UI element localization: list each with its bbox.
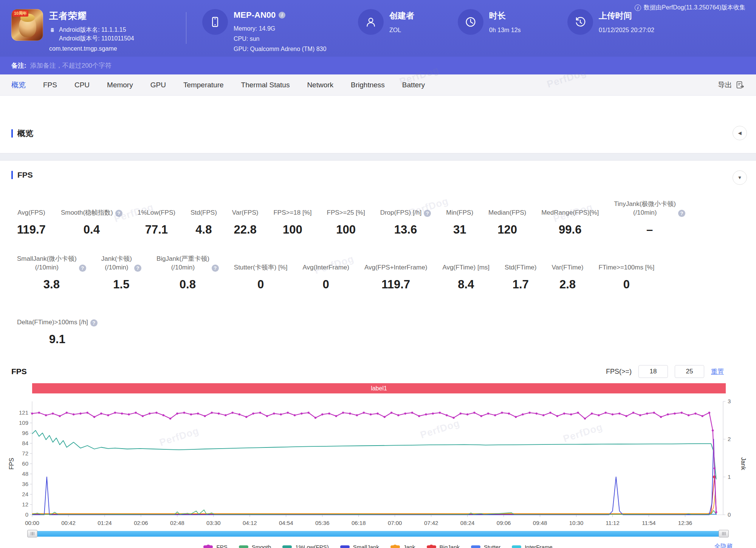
help-icon[interactable]: ? — [134, 265, 141, 272]
tab-battery[interactable]: Battery — [402, 81, 425, 89]
export-label: 导出 — [718, 80, 732, 90]
reset-link[interactable]: 重置 — [711, 367, 724, 376]
metric-label: Var(FTime) — [552, 253, 583, 272]
fps-threshold-input-2[interactable] — [675, 365, 704, 378]
fps-chart-svg[interactable]: 01224364860728496109121012300:0000:4201:… — [8, 396, 748, 529]
legend-item-smalljank[interactable]: SmallJank — [340, 544, 379, 548]
fps-collapse-button[interactable]: ▼ — [733, 170, 747, 185]
svg-text:2: 2 — [728, 436, 731, 442]
tab-thermal-status[interactable]: Thermal Status — [241, 81, 290, 89]
metric-value: 0.4 — [61, 223, 122, 237]
upload-label: 上传时间 — [599, 10, 632, 22]
chart-region-label[interactable]: label1 — [32, 383, 726, 393]
metric-value: 31 — [446, 223, 473, 237]
metric-value: 13.6 — [380, 223, 431, 237]
tab-memory[interactable]: Memory — [107, 81, 133, 89]
metric-label: Avg(InterFrame) — [302, 253, 349, 272]
metric-value: 1.7 — [505, 278, 536, 291]
help-icon[interactable]: ? — [678, 210, 685, 217]
tab-bar: 概览FPSCPUMemoryGPUTemperatureThermal Stat… — [0, 74, 756, 96]
export-button[interactable]: 导出 — [718, 80, 745, 90]
svg-text:00:00: 00:00 — [25, 520, 39, 526]
metric-label: MedRange(FPS)[%] — [541, 198, 599, 217]
metric-label: Delta(FTime)>100ms [/h]? — [17, 308, 98, 327]
device-block: MEP-AN00 i Memory: 14.9G CPU: sun GPU: Q… — [202, 9, 335, 54]
fps-threshold-input-1[interactable] — [638, 365, 668, 378]
scrollbar-left-handle[interactable] — [27, 530, 37, 537]
device-info-icon[interactable]: i — [279, 12, 285, 19]
legend-item-stutter[interactable]: Stutter — [471, 544, 500, 548]
legend-label: FPS — [216, 544, 227, 548]
overview-collapse-button[interactable]: ◀ — [733, 126, 747, 140]
metric-label: FPS>=25 [%] — [327, 198, 365, 217]
svg-text:Jank: Jank — [740, 457, 747, 471]
fps-section: FPS ▼ Avg(FPS)119.7Smooth(稳帧指数)?0.41%Low… — [0, 161, 756, 548]
svg-text:01:24: 01:24 — [98, 520, 112, 526]
metric-std-fps: Std(FPS)4.8 — [191, 198, 217, 237]
svg-text:00:42: 00:42 — [61, 520, 76, 526]
tab-network[interactable]: Network — [307, 81, 333, 89]
tab-item[interactable]: 概览 — [11, 80, 26, 90]
metric-label: Avg(FPS+InterFrame) — [364, 253, 427, 272]
clock-icon — [458, 9, 483, 35]
fps-section-title: FPS — [11, 170, 745, 180]
legend-item-interframe[interactable]: InterFrame — [512, 544, 552, 548]
metric-value: 0.8 — [156, 278, 219, 291]
legend-item-smooth[interactable]: Smooth — [239, 544, 271, 548]
svg-text:10:30: 10:30 — [569, 520, 584, 526]
svg-text:12: 12 — [22, 501, 28, 508]
tab-temperature[interactable]: Temperature — [183, 81, 224, 89]
creator-label: 创建者 — [389, 10, 414, 22]
help-icon[interactable]: ? — [115, 210, 122, 217]
tab-gpu[interactable]: GPU — [150, 81, 166, 89]
help-icon[interactable]: ? — [90, 319, 98, 327]
hide-all-link[interactable]: 全隐藏 — [714, 543, 733, 548]
legend-item-fps[interactable]: FPS — [203, 544, 227, 548]
duration-label: 时长 — [489, 10, 506, 22]
svg-text:09:06: 09:06 — [497, 520, 511, 526]
metric-value: 9.1 — [17, 333, 98, 346]
legend-item-1%low-fps[interactable]: 1%Low(FPS) — [282, 544, 328, 548]
device-cpu: CPU: sun — [234, 34, 326, 44]
legend-label: Smooth — [252, 544, 271, 548]
metric-label: Smooth(稳帧指数)? — [61, 198, 122, 217]
legend-swatch — [340, 545, 350, 548]
legend-dot — [393, 545, 397, 548]
metric-label: Min(FPS) — [446, 198, 473, 217]
package-name: com.tencent.tmgp.sgame — [49, 45, 134, 52]
scrollbar-track[interactable] — [35, 531, 721, 537]
legend-label: BigJank — [440, 544, 460, 548]
metric-value: – — [614, 223, 685, 237]
svg-text:1: 1 — [728, 474, 731, 480]
metric-stutter-%: Stutter(卡顿率) [%]0 — [234, 253, 288, 291]
scrollbar-right-handle[interactable] — [719, 530, 729, 537]
svg-text:06:18: 06:18 — [352, 520, 366, 526]
legend-label: 1%Low(FPS) — [295, 544, 328, 548]
fps-metrics: Avg(FPS)119.7Smooth(稳帧指数)?0.41%Low(FPS)7… — [0, 186, 756, 346]
legend-label: Jank — [403, 544, 415, 548]
tab-brightness[interactable]: Brightness — [351, 81, 385, 89]
svg-text:121: 121 — [19, 409, 28, 416]
remark-bar[interactable]: 备注: 添加备注，不超过200个字符 — [0, 57, 756, 74]
svg-text:07:00: 07:00 — [388, 520, 402, 526]
tab-fps[interactable]: FPS — [43, 81, 57, 89]
svg-text:36: 36 — [22, 481, 28, 487]
svg-text:96: 96 — [22, 430, 28, 436]
help-icon[interactable]: ? — [79, 265, 86, 272]
legend-item-bigjank[interactable]: BigJank — [427, 544, 460, 548]
metric-label: Drop(FPS) [/h]? — [380, 198, 431, 217]
upload-value: 01/12/2025 20:27:02 — [599, 25, 654, 36]
tab-cpu[interactable]: CPU — [74, 81, 90, 89]
device-memory: Memory: 14.9G — [234, 24, 326, 34]
anniversary-badge: 10周年 — [12, 10, 28, 17]
metric-label: Jank(卡顿) (/10min)? — [101, 253, 141, 272]
help-icon[interactable]: ? — [424, 210, 431, 217]
svg-text:09:48: 09:48 — [533, 520, 547, 526]
metric-tinyjank-10min: TinyJank(极微小卡顿) (/10min)?– — [614, 198, 685, 237]
help-icon[interactable]: ? — [212, 265, 219, 272]
metric-label: FPS>=18 [%] — [273, 198, 311, 217]
legend-item-jank[interactable]: Jank — [390, 544, 415, 548]
app-title: 王者荣耀 — [49, 10, 134, 22]
legend-dot — [206, 545, 211, 548]
metric-ftime-100ms-%: FTime>=100ms [%]0 — [598, 253, 654, 291]
